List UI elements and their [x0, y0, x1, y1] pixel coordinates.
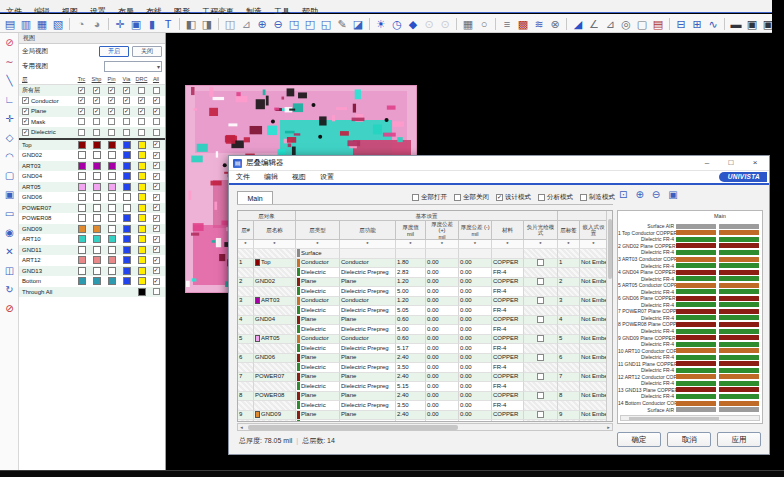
visibility-checkbox[interactable]: ✓: [153, 236, 160, 243]
negative-mode-checkbox[interactable]: [537, 411, 544, 418]
lock-icon[interactable]: ◧: [183, 15, 199, 33]
visibility-checkbox[interactable]: ✓: [153, 215, 160, 222]
visibility-checkbox[interactable]: ✓: [138, 108, 145, 115]
report-icon[interactable]: ▢: [634, 15, 650, 33]
visibility-checkbox[interactable]: [153, 87, 160, 94]
visibility-checkbox[interactable]: ✓: [153, 278, 160, 285]
color-swatch[interactable]: [123, 214, 131, 222]
no-select-icon[interactable]: ⊘: [0, 33, 19, 52]
drop-icon[interactable]: ◆: [405, 15, 421, 33]
visibility-col-2[interactable]: Shp: [89, 76, 104, 82]
color-swatch[interactable]: [78, 172, 86, 180]
zoom-fit-icon[interactable]: ◳: [286, 15, 302, 33]
stackup-bar-main[interactable]: [719, 270, 759, 275]
stackup-bar-main[interactable]: [719, 342, 759, 347]
color-swatch[interactable]: [93, 246, 101, 254]
visibility-checkbox[interactable]: ✓: [93, 97, 100, 104]
stackup-bar-main[interactable]: [719, 315, 759, 320]
table-col-header-9[interactable]: 层标签: [558, 221, 580, 240]
dark-2-icon[interactable]: ▣: [744, 15, 760, 33]
grid-icon[interactable]: ▦: [460, 15, 476, 33]
dark-3-icon[interactable]: ▣: [760, 15, 772, 33]
ok-button[interactable]: 确定: [617, 432, 661, 447]
table-col-header-10[interactable]: 嵌入式设置: [580, 221, 608, 240]
text-icon[interactable]: T: [160, 15, 176, 33]
global-on-button[interactable]: 开启: [99, 46, 129, 57]
stackup-bar-main[interactable]: [719, 322, 759, 327]
color-swatch[interactable]: [93, 193, 101, 201]
filter-cell[interactable]: *: [426, 240, 459, 249]
stackup-bar-main[interactable]: [719, 276, 759, 281]
color-swatch[interactable]: [78, 235, 86, 243]
table-row[interactable]: DielectricDielectric Prepreg2.830.000.00…: [238, 268, 608, 278]
stackup-bar-main[interactable]: [719, 224, 759, 229]
color-swatch[interactable]: [138, 172, 146, 180]
color-swatch[interactable]: [78, 214, 86, 222]
fit-view-icon[interactable]: ⊡: [619, 189, 627, 201]
open-icon[interactable]: ▥: [18, 15, 34, 33]
color-swatch[interactable]: [78, 277, 86, 285]
stackup-bar-main[interactable]: [719, 329, 759, 334]
visibility-checkbox[interactable]: ✓: [153, 267, 160, 274]
visibility-checkbox[interactable]: ✓: [153, 97, 160, 104]
table-col-header-8[interactable]: 负片光绘模式: [524, 221, 558, 240]
color-swatch[interactable]: [78, 267, 86, 275]
visibility-checkbox[interactable]: ✓: [153, 204, 160, 211]
visibility-checkbox[interactable]: ✓: [153, 141, 160, 148]
visibility-checkbox[interactable]: ✓: [108, 97, 115, 104]
color-swatch[interactable]: [78, 162, 86, 170]
visibility-checkbox[interactable]: ✓: [93, 87, 100, 94]
stackup-bar-main[interactable]: [719, 263, 759, 268]
color-swatch[interactable]: [123, 151, 131, 159]
color-swatch[interactable]: [123, 162, 131, 170]
visibility-checkbox[interactable]: ✓: [153, 194, 160, 201]
mode-checkbox[interactable]: [580, 194, 587, 201]
table-row[interactable]: 7POWER07PlanePlane2.400.000.00COPPER7Not…: [238, 373, 608, 383]
zoom-out-icon[interactable]: ⊖: [270, 15, 286, 33]
visibility-checkbox[interactable]: [153, 129, 160, 136]
dim-a-icon[interactable]: ⊙: [421, 15, 437, 33]
delete-icon[interactable]: ▮: [144, 15, 160, 33]
color-swatch[interactable]: [123, 141, 131, 149]
table-col-header-4[interactable]: 厚度值mil: [396, 221, 426, 240]
tab-main[interactable]: Main: [237, 191, 273, 205]
close-button[interactable]: ×: [745, 156, 765, 170]
color-swatch[interactable]: [138, 141, 146, 149]
filter-cell[interactable]: *: [492, 240, 524, 249]
color-swatch[interactable]: [108, 162, 116, 170]
curve-icon[interactable]: ∼: [0, 52, 19, 71]
visibility-checkbox[interactable]: ✓: [78, 87, 85, 94]
color-swatch[interactable]: [138, 288, 146, 296]
table-horizontal-scrollbar[interactable]: ◂ ▸: [237, 423, 613, 431]
filter-cell[interactable]: *: [396, 240, 426, 249]
color-swatch[interactable]: [108, 183, 116, 191]
eraser-icon[interactable]: ✎: [334, 15, 350, 33]
table-col-header-1[interactable]: 层名称: [254, 221, 296, 240]
visibility-checkbox[interactable]: [78, 129, 85, 136]
zoom-out-icon[interactable]: ⊖: [652, 189, 660, 201]
visibility-checkbox[interactable]: ✓: [123, 87, 130, 94]
visibility-checkbox[interactable]: ✓: [153, 246, 160, 253]
visibility-checkbox[interactable]: ✓: [138, 97, 145, 104]
stackup-bar-main[interactable]: [719, 335, 759, 340]
visibility-checkbox[interactable]: ✓: [93, 108, 100, 115]
filter-cell[interactable]: *: [459, 240, 492, 249]
stackup-bar-main[interactable]: [719, 257, 759, 262]
dialog-menu-item-0[interactable]: 文件: [229, 171, 257, 183]
visibility-checkbox[interactable]: ✓: [153, 162, 160, 169]
split-icon[interactable]: ⊟: [673, 15, 689, 33]
tune-icon[interactable]: ≡: [499, 15, 515, 33]
visibility-checkbox[interactable]: [153, 118, 160, 125]
mode-checkbox[interactable]: [412, 194, 419, 201]
negative-mode-checkbox[interactable]: [537, 278, 544, 285]
visibility-checkbox[interactable]: [93, 129, 100, 136]
color-swatch[interactable]: [108, 225, 116, 233]
visibility-checkbox[interactable]: ✓: [22, 108, 29, 115]
move-icon[interactable]: ✛: [112, 15, 128, 33]
color-swatch[interactable]: [108, 141, 116, 149]
probe-icon[interactable]: ◢: [570, 15, 586, 33]
color-swatch[interactable]: [93, 225, 101, 233]
visibility-col-1[interactable]: Trc: [74, 76, 89, 82]
dialog-menu-item-2[interactable]: 视图: [285, 171, 313, 183]
stackup-bar-main[interactable]: [719, 289, 759, 294]
